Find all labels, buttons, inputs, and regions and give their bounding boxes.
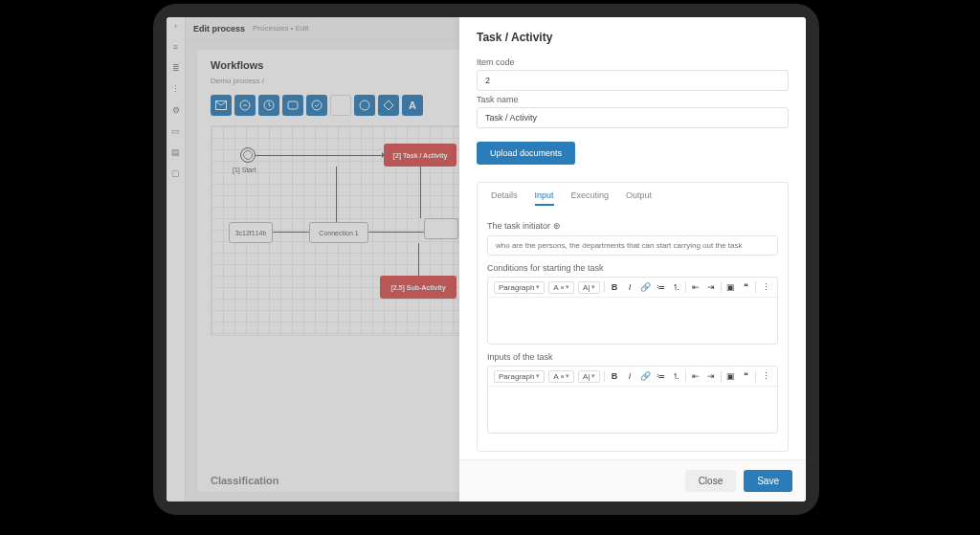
bold-icon[interactable]: B <box>609 369 620 383</box>
initiator-label: The task initiator ⊛ <box>487 221 778 231</box>
font-size-select[interactable]: Aa▾ <box>548 370 574 383</box>
close-button[interactable]: Close <box>685 470 737 492</box>
outdent-icon[interactable]: ⇤ <box>690 280 702 294</box>
numbered-list-icon[interactable]: ⒈ <box>670 369 681 383</box>
tab-executing[interactable]: Executing <box>571 190 610 206</box>
panel-title: Task / Activity <box>459 17 806 54</box>
separator <box>721 370 722 382</box>
image-icon[interactable]: ▣ <box>724 369 736 383</box>
tab-output[interactable]: Output <box>626 190 652 206</box>
item-code-input[interactable] <box>477 70 789 91</box>
outdent-icon[interactable]: ⇤ <box>690 369 702 383</box>
indent-icon[interactable]: ⇥ <box>705 280 717 294</box>
editor-toolbar: Paragraph▾ Aa▾ A|▾ B I 🔗 ≔ ⒈ ⇤ ⇥ <box>488 278 777 298</box>
conditions-label: Conditions for starting the task <box>487 263 778 273</box>
save-button[interactable]: Save <box>744 470 792 492</box>
separator <box>685 281 686 293</box>
panel-tabs-container: Details Input Executing Output The task … <box>477 182 789 452</box>
indent-icon[interactable]: ⇥ <box>705 369 717 383</box>
task-name-label: Task name <box>477 95 789 104</box>
image-icon[interactable]: ▣ <box>724 280 736 294</box>
separator <box>755 370 756 382</box>
conditions-textarea[interactable] <box>488 298 777 344</box>
panel-footer: Close Save <box>459 459 806 502</box>
panel-body: Item code Task name Upload documents Det… <box>459 54 806 459</box>
separator <box>604 281 605 293</box>
conditions-editor: Paragraph▾ Aa▾ A|▾ B I 🔗 ≔ ⒈ ⇤ ⇥ <box>487 277 778 345</box>
more-icon[interactable]: ⋮ <box>760 280 771 294</box>
separator <box>721 281 722 293</box>
tablet-screen: › ≡ ≣ ⋮ ⚙ ▭ ▤ ▢ Edit process Processes •… <box>167 17 806 502</box>
bullet-list-icon[interactable]: ≔ <box>655 280 666 294</box>
link-icon[interactable]: 🔗 <box>639 369 651 383</box>
tab-details[interactable]: Details <box>491 190 518 206</box>
more-icon[interactable]: ⋮ <box>760 369 771 383</box>
separator <box>755 281 756 293</box>
font-size-select[interactable]: Aa▾ <box>548 281 574 294</box>
text-color-select[interactable]: A|▾ <box>578 281 600 294</box>
editor-toolbar: Paragraph▾ Aa▾ A|▾ B I 🔗 ≔ ⒈ ⇤ ⇥ <box>488 367 777 387</box>
paragraph-select[interactable]: Paragraph▾ <box>494 370 545 383</box>
task-side-panel: Task / Activity Item code Task name Uplo… <box>459 17 806 502</box>
italic-icon[interactable]: I <box>624 369 635 383</box>
bullet-list-icon[interactable]: ≔ <box>655 369 666 383</box>
initiator-input[interactable] <box>487 235 778 256</box>
italic-icon[interactable]: I <box>624 280 635 294</box>
bold-icon[interactable]: B <box>609 280 620 294</box>
quote-icon[interactable]: ❝ <box>740 280 751 294</box>
tablet-frame: › ≡ ≣ ⋮ ⚙ ▭ ▤ ▢ Edit process Processes •… <box>153 4 819 515</box>
quote-icon[interactable]: ❝ <box>740 369 751 383</box>
text-color-select[interactable]: A|▾ <box>578 370 600 383</box>
upload-documents-button[interactable]: Upload documents <box>477 142 575 165</box>
item-code-label: Item code <box>477 57 789 67</box>
inputs-textarea[interactable] <box>488 387 777 433</box>
tab-input[interactable]: Input <box>535 190 554 206</box>
separator <box>604 370 605 382</box>
separator <box>685 370 686 382</box>
paragraph-select[interactable]: Paragraph▾ <box>494 281 545 294</box>
numbered-list-icon[interactable]: ⒈ <box>670 280 681 294</box>
tab-strip: Details Input Executing Output <box>483 189 782 213</box>
link-icon[interactable]: 🔗 <box>639 280 651 294</box>
inputs-editor: Paragraph▾ Aa▾ A|▾ B I 🔗 ≔ ⒈ ⇤ ⇥ <box>487 366 778 434</box>
task-name-input[interactable] <box>477 107 789 128</box>
inputs-label: Inputs of the task <box>487 352 778 362</box>
